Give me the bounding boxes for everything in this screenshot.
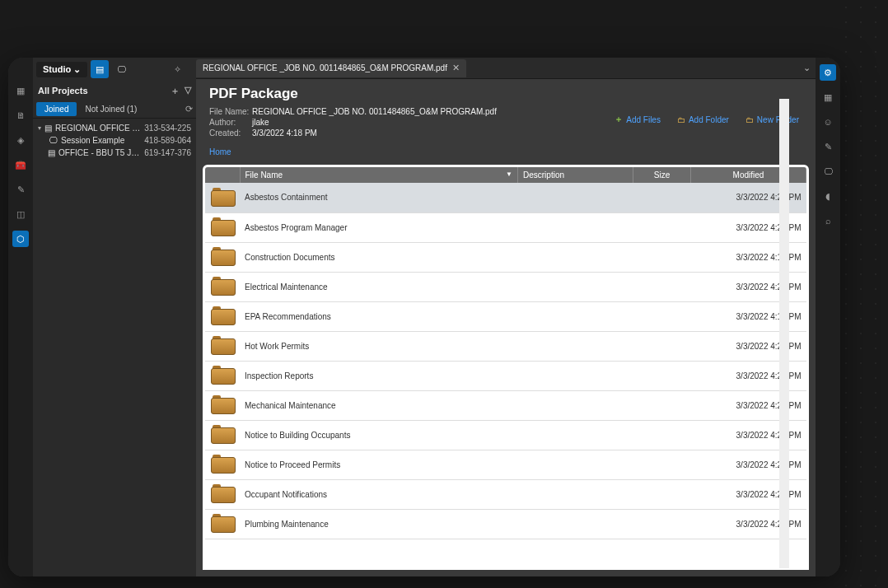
project-code: 619-147-376 — [144, 148, 191, 157]
tag-icon[interactable]: ◖ — [820, 188, 836, 204]
panel-title: All Projects — [38, 86, 88, 96]
row-icon-cell — [205, 331, 240, 361]
col-size-header[interactable]: Size — [633, 167, 691, 183]
session-row[interactable]: 🖵 Session Example 418-589-064 — [35, 134, 194, 147]
row-description — [518, 301, 633, 331]
row-size — [633, 212, 691, 242]
grid-icon[interactable]: ▦ — [820, 89, 836, 105]
table-row[interactable]: EPA Recommendations3/3/2022 4:19 PM — [205, 301, 806, 331]
add-files-link[interactable]: ＋ Add Files — [615, 114, 661, 125]
user-icon[interactable]: ☺ — [820, 114, 836, 130]
folder-icon — [211, 425, 234, 443]
studio-icon[interactable]: ⬡ — [12, 231, 29, 247]
studio-label: Studio — [43, 64, 71, 74]
search-icon[interactable]: ⌕ — [820, 212, 836, 229]
vertical-scrollbar[interactable] — [779, 99, 789, 568]
edit-icon[interactable]: ✎ — [12, 181, 29, 198]
tab-not-joined[interactable]: Not Joined (1) — [77, 102, 145, 116]
filter-icon[interactable]: ▽ — [185, 85, 191, 97]
folder-icon — [211, 366, 234, 384]
left-icon-rail: ▦ 🗎 ◈ 🧰 ✎ ◫ ⬡ — [8, 58, 33, 576]
chart-icon[interactable]: ◫ — [12, 206, 29, 222]
col-label: File Name — [245, 170, 283, 180]
row-filename: Mechanical Maintenance — [240, 390, 518, 420]
refresh-icon[interactable]: ⟳ — [185, 104, 193, 114]
table-row[interactable]: Mechanical Maintenance3/3/2022 4:20 PM — [205, 390, 806, 420]
layers-icon[interactable]: ◈ — [12, 132, 29, 148]
comment-icon[interactable]: ✎ — [820, 138, 836, 155]
meta-value: 3/3/2022 4:18 PM — [252, 128, 317, 138]
row-size — [633, 450, 691, 479]
wand-icon[interactable]: ✧ — [168, 60, 186, 78]
panel-view-icon[interactable]: ▤ — [91, 60, 109, 78]
project-icon: ▤ — [48, 148, 55, 157]
row-description — [518, 272, 633, 301]
folder-icon: 🗀 — [677, 115, 685, 124]
screen-icon[interactable]: 🖵 — [820, 163, 836, 180]
row-filename: Construction Documents — [240, 242, 518, 272]
col-filename-header[interactable]: File Name ▼ — [240, 167, 518, 183]
meta-label: Created: — [209, 128, 252, 138]
grid-icon[interactable]: ▦ — [12, 82, 29, 99]
action-links: ＋ Add Files 🗀 Add Folder 🗀 New Folder — [615, 114, 799, 125]
project-name: OFFICE - BBU T5 Job No... — [58, 148, 141, 157]
table-row[interactable]: Construction Documents3/3/2022 4:19 PM — [205, 242, 806, 272]
table-row[interactable]: Inspection Reports3/3/2022 4:21 PM — [205, 361, 806, 390]
row-description — [518, 390, 633, 420]
toolbox-icon[interactable]: 🧰 — [12, 156, 29, 173]
row-icon-cell — [205, 361, 240, 390]
row-description — [518, 331, 633, 361]
row-size — [633, 361, 691, 390]
table-row[interactable]: Asbestos Containment3/3/2022 4:20 PM — [205, 183, 806, 212]
file-icon[interactable]: 🗎 — [12, 107, 29, 124]
table-row[interactable]: Occupant Notifications3/3/2022 4:22 PM — [205, 479, 806, 509]
project-row[interactable]: ▾ ▤ REGIONAL OFFICE TER... 313-534-225 — [35, 122, 194, 134]
breadcrumb-home[interactable]: Home — [196, 142, 816, 161]
new-folder-link[interactable]: 🗀 New Folder — [745, 114, 799, 125]
add-folder-link[interactable]: 🗀 Add Folder — [677, 114, 729, 125]
document-tab[interactable]: REGIONAL OFFICE _JOB NO. 0011484865_O&M … — [196, 59, 466, 77]
row-description — [518, 183, 633, 212]
row-icon-cell — [205, 479, 240, 509]
document-tab-title: REGIONAL OFFICE _JOB NO. 0011484865_O&M … — [203, 63, 447, 72]
studio-dropdown[interactable]: Studio ⌄ — [36, 62, 87, 77]
meta-value: jlake — [252, 118, 269, 127]
projects-panel: Studio ⌄ ▤ 🖵 ✧ All Projects ＋ ▽ Joined N… — [33, 58, 196, 576]
table-row[interactable]: Plumbing Maintenance3/3/2022 4:20 PM — [205, 509, 806, 539]
table-row[interactable]: Electrical Maintenance3/3/2022 4:20 PM — [205, 272, 806, 301]
close-icon[interactable]: ✕ — [452, 63, 460, 73]
meta-label: File Name: — [209, 107, 252, 116]
row-description — [518, 242, 633, 272]
col-icon-header[interactable] — [205, 167, 240, 183]
folder-icon — [211, 455, 234, 473]
row-size — [633, 420, 691, 450]
session-code: 418-589-064 — [144, 136, 191, 145]
table-row[interactable]: Notice to Proceed Permits3/3/2022 4:21 P… — [205, 450, 806, 479]
tab-joined[interactable]: Joined — [36, 102, 77, 116]
project-row[interactable]: ▤ OFFICE - BBU T5 Job No... 619-147-376 — [35, 147, 194, 159]
col-label: Modified — [733, 170, 764, 180]
col-description-header[interactable]: Description — [518, 167, 633, 183]
row-description — [518, 509, 633, 539]
monitor-icon[interactable]: 🖵 — [112, 60, 130, 78]
table-row[interactable]: Hot Work Permits3/3/2022 4:22 PM — [205, 331, 806, 361]
folder-icon — [211, 217, 234, 236]
row-description — [518, 212, 633, 242]
row-icon-cell — [205, 242, 240, 272]
caret-down-icon: ▾ — [38, 124, 41, 132]
meta-value: REGIONAL OFFICE _JOB NO. 0011484865_O&M … — [252, 107, 497, 116]
project-tree: ▾ ▤ REGIONAL OFFICE TER... 313-534-225 🖵… — [33, 119, 196, 162]
session-name: Session Example — [61, 136, 141, 145]
table-row[interactable]: Notice to Building Occupants3/3/2022 4:2… — [205, 420, 806, 450]
file-table-container: File Name ▼ Description Size Modified — [203, 165, 809, 570]
chevron-down-icon: ⌄ — [73, 64, 81, 75]
add-project-icon[interactable]: ＋ — [171, 85, 180, 97]
pdf-package-title: PDF Package — [209, 86, 802, 102]
tab-menu-chevron[interactable]: ⌄ — [797, 59, 816, 77]
table-row[interactable]: Asbestos Program Manager3/3/2022 4:21 PM — [205, 212, 806, 242]
gear-icon[interactable]: ⚙ — [820, 64, 836, 81]
row-icon-cell — [205, 420, 240, 450]
row-description — [518, 479, 633, 509]
pdf-package-header: PDF Package File Name: REGIONAL OFFICE _… — [196, 79, 816, 142]
document-tab-bar: REGIONAL OFFICE _JOB NO. 0011484865_O&M … — [196, 58, 816, 79]
